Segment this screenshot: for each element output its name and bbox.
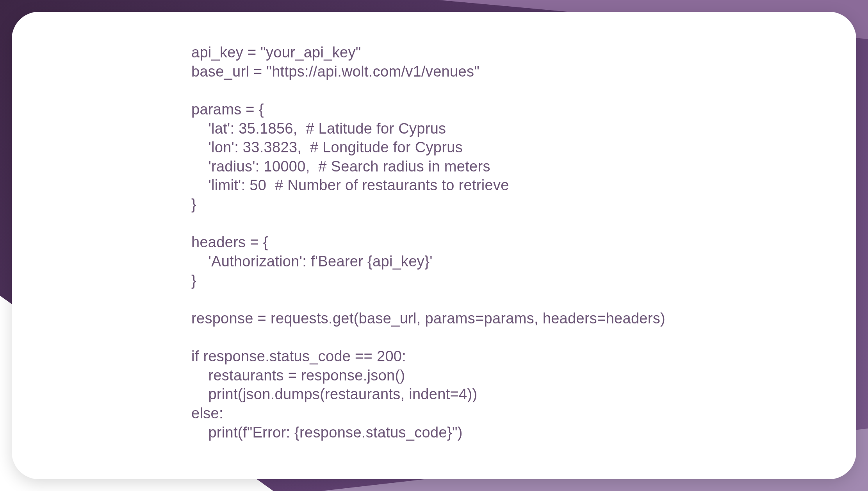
- code-card: api_key = "your_api_key" base_url = "htt…: [12, 12, 856, 479]
- code-snippet: api_key = "your_api_key" base_url = "htt…: [191, 43, 743, 442]
